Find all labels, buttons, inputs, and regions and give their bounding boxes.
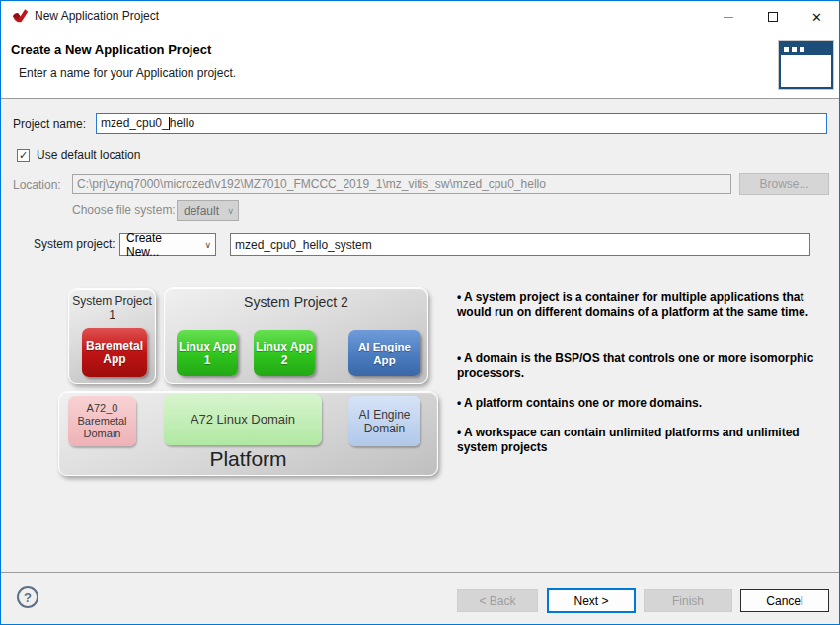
- project-name-label: Project name:: [13, 114, 86, 135]
- cancel-button-label: Cancel: [766, 594, 802, 608]
- system-project-name-value: mzed_cpu0_hello_system: [235, 238, 372, 252]
- minimize-icon: [724, 17, 733, 18]
- system-project-1-title: System Project 1: [69, 289, 155, 322]
- system-project-name-input[interactable]: mzed_cpu0_hello_system: [230, 233, 810, 256]
- window-controls: ✕: [706, 1, 839, 33]
- titlebar[interactable]: New Application Project ✕: [1, 1, 839, 33]
- linux-app-2-chip: Linux App 2: [254, 330, 315, 376]
- project-name-value-after-caret: hello: [170, 117, 194, 130]
- a72-0-baremetal-domain-chip: A72_0 Baremetal Domain: [68, 396, 136, 446]
- xilinx-logo-icon: [12, 8, 30, 25]
- system-project-label: System project:: [34, 233, 115, 256]
- bullet-workspace: A workspace can contain unlimited platfo…: [457, 426, 838, 455]
- a72-0-baremetal-domain-label: A72_0 Baremetal Domain: [68, 402, 136, 440]
- use-default-location-label: Use default location: [37, 148, 140, 163]
- next-button[interactable]: Next >: [547, 588, 636, 613]
- footer-separator: [1, 572, 839, 573]
- system-project-dropdown[interactable]: Create New... ∨: [119, 233, 216, 256]
- ai-engine-domain-chip: AI Engine Domain: [348, 396, 420, 446]
- wizard-header: Create a New Application Project Enter a…: [1, 33, 839, 98]
- location-value: C:\prj\zynq7000\microzed\v192\MZ7010_FMC…: [77, 177, 546, 191]
- bullet-platform: A platform contains one or more domains.: [457, 396, 838, 411]
- back-button-label: < Back: [479, 594, 515, 608]
- baremetal-app-chip: Baremetal App: [82, 328, 147, 377]
- help-icon: ?: [24, 590, 32, 605]
- ai-engine-app-label: AI Engine App: [348, 340, 420, 367]
- page-title: Create a New Application Project: [11, 42, 211, 57]
- ai-engine-app-chip: AI Engine App: [348, 330, 420, 376]
- checkmark-icon: ✓: [19, 150, 28, 161]
- close-icon: ✕: [811, 11, 822, 24]
- file-system-value: default: [184, 204, 219, 218]
- banner-square-icon: [784, 47, 789, 52]
- baremetal-app-label: Baremetal App: [82, 339, 147, 366]
- browse-button[interactable]: Browse...: [739, 173, 829, 195]
- linux-app-1-label: Linux App 1: [177, 340, 238, 367]
- maximize-icon: [768, 12, 778, 22]
- system-project-dropdown-value: Create New...: [126, 231, 196, 259]
- next-button-label: Next >: [573, 594, 608, 608]
- bullet-system-project: A system project is a container for mult…: [457, 290, 838, 320]
- close-button[interactable]: ✕: [795, 1, 839, 33]
- file-system-dropdown[interactable]: default ∨: [177, 200, 239, 221]
- bullet-domain: A domain is the BSP/OS that controls one…: [457, 352, 838, 381]
- page-subtitle: Enter a name for your Application projec…: [19, 66, 236, 80]
- banner-square-icon: [792, 47, 797, 52]
- location-input[interactable]: C:\prj\zynq7000\microzed\v192\MZ7010_FMC…: [72, 174, 731, 194]
- help-button[interactable]: ?: [17, 586, 38, 608]
- file-system-label: Choose file system:: [72, 200, 176, 221]
- project-name-value-before-caret: mzed_cpu0_: [101, 117, 169, 130]
- banner-titlebar: [781, 43, 831, 55]
- a72-linux-domain-chip: A72 Linux Domain: [164, 394, 322, 445]
- system-project-2-title: System Project 2: [165, 288, 427, 310]
- finish-button-label: Finish: [672, 594, 704, 608]
- ai-engine-domain-label: AI Engine Domain: [348, 408, 420, 435]
- wizard-banner-window-icon: [779, 41, 833, 89]
- platform-title: Platform: [58, 447, 438, 471]
- window-title: New Application Project: [35, 1, 159, 32]
- banner-square-icon: [800, 47, 804, 52]
- a72-linux-domain-label: A72 Linux Domain: [191, 413, 295, 427]
- finish-button[interactable]: Finish: [644, 589, 732, 612]
- back-button[interactable]: < Back: [457, 589, 538, 612]
- minimize-button[interactable]: [706, 1, 750, 33]
- cancel-button[interactable]: Cancel: [740, 589, 829, 612]
- chevron-down-icon: ∨: [196, 240, 211, 250]
- chevron-down-icon: ∨: [219, 206, 234, 216]
- location-label: Location:: [13, 175, 61, 195]
- project-name-input[interactable]: mzed_cpu0_hello: [96, 113, 827, 134]
- browse-button-label: Browse...: [759, 177, 808, 191]
- linux-app-1-chip: Linux App 1: [177, 330, 238, 376]
- linux-app-2-label: Linux App 2: [254, 340, 315, 367]
- header-separator: [1, 98, 839, 99]
- maximize-button[interactable]: [750, 1, 795, 33]
- use-default-location-checkbox[interactable]: ✓: [17, 149, 30, 162]
- new-application-project-dialog: New Application Project ✕ Create a New A…: [0, 0, 840, 625]
